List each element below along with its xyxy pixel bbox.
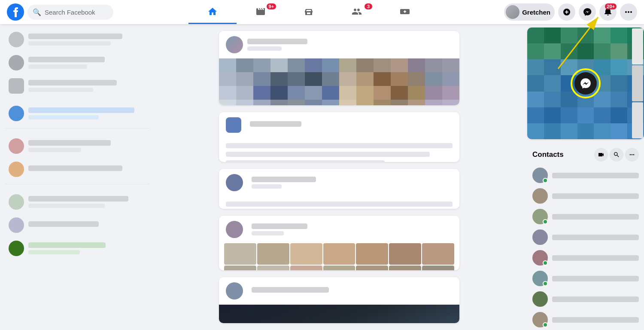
post-header bbox=[219, 31, 459, 58]
nav-right: Gretchen 20+ bbox=[504, 3, 637, 21]
post-header bbox=[219, 277, 459, 305]
post-author bbox=[247, 39, 307, 44]
contact-avatar bbox=[532, 312, 548, 327]
photo-thumb[interactable] bbox=[290, 243, 322, 265]
left-sidebar bbox=[0, 24, 155, 330]
news-feed: 👍 Like 💬 Comment ↗ Share bbox=[155, 24, 524, 330]
photo-thumb[interactable] bbox=[323, 243, 355, 265]
post-time bbox=[252, 184, 282, 189]
contact-item[interactable] bbox=[531, 186, 641, 206]
sidebar-item[interactable] bbox=[3, 52, 151, 74]
online-indicator bbox=[543, 178, 548, 183]
sidebar-item[interactable] bbox=[3, 102, 151, 125]
photo-grid bbox=[219, 243, 459, 270]
nav-marketplace[interactable] bbox=[285, 0, 333, 24]
online-indicator bbox=[543, 322, 548, 327]
post-text bbox=[226, 143, 453, 148]
add-button[interactable] bbox=[558, 3, 575, 21]
post-card: 👍 Like 💬 Comment ↗ Share bbox=[219, 112, 459, 162]
contact-avatar bbox=[532, 209, 548, 224]
post-avatar bbox=[226, 117, 241, 133]
photo-thumb[interactable] bbox=[323, 266, 355, 270]
nav-home[interactable] bbox=[188, 0, 237, 24]
post-avatar bbox=[226, 221, 243, 238]
post-time bbox=[252, 231, 284, 235]
contacts-more-button[interactable] bbox=[625, 148, 639, 162]
post-text bbox=[226, 152, 430, 157]
user-name: Gretchen bbox=[522, 9, 550, 16]
photo-thumb[interactable] bbox=[422, 243, 454, 265]
photo-thumb[interactable] bbox=[290, 266, 322, 270]
photo-thumb[interactable] bbox=[356, 266, 388, 270]
sidebar-item[interactable] bbox=[3, 237, 151, 260]
video-badge: 9+ bbox=[267, 3, 276, 9]
contact-item[interactable] bbox=[531, 206, 641, 227]
search-bar[interactable]: 🔍 Search Facebook bbox=[27, 5, 113, 20]
post-header bbox=[219, 112, 459, 138]
sidebar-item[interactable] bbox=[3, 191, 151, 213]
online-indicator bbox=[543, 260, 548, 266]
contact-item[interactable] bbox=[531, 309, 641, 330]
contact-name bbox=[552, 296, 639, 302]
contact-name bbox=[552, 173, 639, 178]
story-image bbox=[527, 28, 644, 139]
messenger-icon-button[interactable] bbox=[574, 72, 597, 95]
contact-avatar bbox=[532, 271, 548, 286]
post-avatar bbox=[226, 36, 243, 53]
sidebar-item[interactable] bbox=[3, 28, 151, 51]
photo-thumb[interactable] bbox=[356, 243, 388, 265]
post-header bbox=[219, 216, 459, 243]
post-author bbox=[252, 177, 316, 182]
contacts-video-call-button[interactable] bbox=[594, 148, 608, 162]
contact-item[interactable] bbox=[531, 268, 641, 289]
photo-thumb[interactable] bbox=[224, 266, 256, 270]
photo-thumb[interactable] bbox=[389, 266, 421, 270]
nav-video[interactable]: 9+ bbox=[237, 0, 285, 24]
groups-badge: 3 bbox=[365, 3, 372, 9]
contact-name bbox=[552, 276, 639, 281]
post-avatar bbox=[226, 282, 243, 299]
contact-avatar bbox=[532, 250, 548, 266]
contacts-header: Contacts bbox=[531, 146, 641, 165]
messenger-highlight-wrapper bbox=[571, 68, 601, 98]
nav-groups[interactable]: 3 bbox=[333, 0, 381, 24]
story-card bbox=[527, 28, 644, 139]
account-menu-button[interactable] bbox=[620, 3, 637, 21]
contact-avatar bbox=[532, 168, 548, 183]
contacts-label: Contacts bbox=[532, 150, 564, 159]
contact-item[interactable] bbox=[531, 227, 641, 248]
facebook-logo[interactable] bbox=[7, 3, 24, 21]
contact-avatar bbox=[532, 229, 548, 245]
contact-item[interactable] bbox=[531, 289, 641, 309]
user-profile-button[interactable]: Gretchen bbox=[504, 3, 555, 21]
photo-thumb[interactable] bbox=[257, 266, 289, 270]
post-avatar bbox=[226, 174, 243, 191]
contact-item[interactable] bbox=[531, 248, 641, 268]
post-author bbox=[252, 223, 307, 229]
video-thumbnail[interactable]: ▶ bbox=[219, 305, 459, 323]
sidebar-item[interactable] bbox=[3, 75, 151, 97]
messenger-button[interactable] bbox=[579, 3, 596, 21]
nav-gaming[interactable] bbox=[381, 0, 429, 24]
post-author bbox=[252, 287, 329, 293]
sidebar-item[interactable] bbox=[3, 135, 151, 157]
header: 🔍 Search Facebook 9+ 3 Gretchen bbox=[0, 0, 644, 24]
contact-item[interactable] bbox=[531, 165, 641, 186]
contact-avatar bbox=[532, 188, 548, 204]
photo-thumb[interactable] bbox=[389, 243, 421, 265]
photo-thumb[interactable] bbox=[224, 243, 256, 265]
post-card: ▶ bbox=[219, 277, 459, 323]
sidebar-item[interactable] bbox=[3, 158, 151, 180]
post-header bbox=[219, 169, 459, 196]
post-card: 👍 Like 💬 Comment ↗ Share bbox=[219, 216, 459, 270]
photo-thumb[interactable] bbox=[422, 266, 454, 270]
photo-thumb[interactable] bbox=[257, 243, 289, 265]
contacts-search-button[interactable] bbox=[610, 148, 623, 162]
post-text bbox=[226, 202, 453, 207]
notifications-button[interactable]: 20+ bbox=[599, 3, 617, 21]
contact-name bbox=[552, 235, 639, 240]
search-placeholder: Search Facebook bbox=[45, 9, 95, 16]
post-card: 👍 Like 💬 Comment ↗ Share bbox=[219, 31, 459, 105]
post-card: 👍 Like 💬 Comment ↗ Share bbox=[219, 169, 459, 209]
sidebar-item[interactable] bbox=[3, 214, 151, 236]
